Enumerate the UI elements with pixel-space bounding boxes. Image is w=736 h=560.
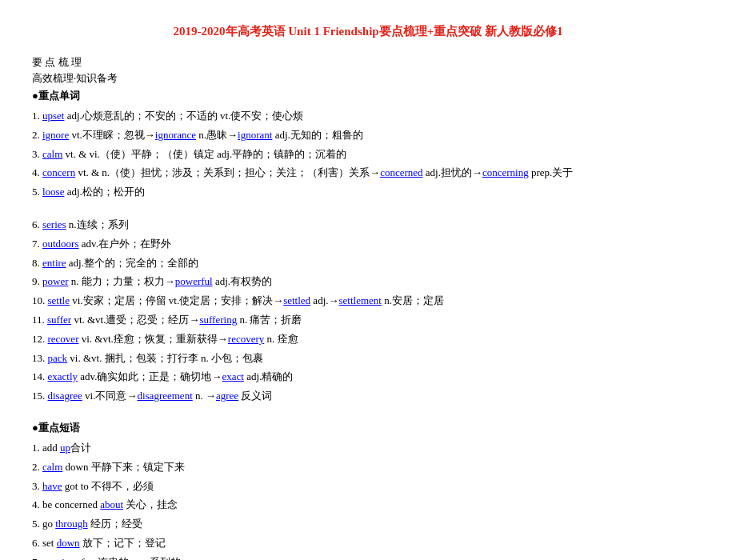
word-desc: adj.松的；松开的 [64,186,144,198]
word-num: 2. [32,129,42,141]
word-desc: adj.心烦意乱的；不安的；不适的 vt.使不安；使心烦 [64,110,303,122]
word-desc: adj.无知的；粗鲁的 [272,129,362,141]
list-item: 3. calm vt. & vi.（使）平静；（使）镇定 adj.平静的；镇静的… [32,146,704,163]
list-item: 13. pack vi. &vt. 捆扎；包装；打行李 n. 小包；包裹 [32,350,704,367]
word-link[interactable]: power [42,275,69,287]
word-num: 4. [32,166,42,178]
list-item: 2. calm down 平静下来；镇定下来 [32,459,704,476]
word-link[interactable]: disagree [48,390,82,402]
word-link[interactable]: suffer [47,314,71,326]
section-sub: 高效梳理·知识备考 [32,71,704,86]
phrase-num: 6. set [32,537,57,549]
word-link[interactable]: recovery [228,333,264,345]
word-link[interactable]: agree [216,390,238,402]
word-desc: vi. &vt. 捆扎；包装；打行李 n. 小包；包裹 [67,352,263,364]
list-item: 15. disagree vi.不同意→disagreement n. →agr… [32,388,704,405]
list-item: 3. have got to 不得不，必须 [32,478,704,495]
word-link[interactable]: upset [42,110,64,122]
phrase-link[interactable]: series [50,556,74,560]
word-num: 13. [32,352,48,364]
word-num: 8. [32,257,42,269]
word-link[interactable]: ignore [42,129,69,141]
list-item: 10. settle vi.安家；定居；停留 vt.使定居；安排；解决→sett… [32,293,704,310]
phrase-desc: 合计 [70,442,91,454]
list-item: 4. be concerned about 关心，挂念 [32,497,704,514]
word-desc: vi. &vt.痊愈；恢复；重新获得→ [78,333,227,345]
word-link[interactable]: concerned [380,166,422,178]
list-item: 5. loose adj.松的；松开的 [32,184,704,201]
list-item: 1. add up合计 [32,440,704,457]
word-link[interactable]: exact [222,370,243,382]
word-link[interactable]: settled [283,294,310,306]
list-item: 7. a series of 一连串的；一系列的 [32,554,704,560]
word-link-suffering[interactable]: suffering [199,314,237,326]
word-desc: adj.整个的；完全的；全部的 [66,257,198,269]
list-item: 4. concern vt. & n.（使）担忧；涉及；关系到；担心；关注；（利… [32,165,704,182]
word-desc: vt. &vt.遭受；忍受；经历→ [71,314,199,326]
word-num: 3. [32,148,42,160]
word-link[interactable]: outdoors [42,238,79,250]
phrase-link[interactable]: through [55,518,87,530]
word-link[interactable]: disagreement [137,390,192,402]
word-link[interactable]: concern [42,166,75,178]
list-item: 5. go through 经历；经受 [32,516,704,533]
phrase-num: 2. [32,461,42,473]
word-link[interactable]: series [42,218,66,230]
word-desc: n. 痊愈 [264,333,298,345]
phrase-link[interactable]: about [100,498,123,510]
word-link[interactable]: ignorance [155,129,196,141]
word-desc: adj.有权势的 [213,275,272,287]
word-link[interactable]: pack [48,352,68,364]
word-desc: vi.安家；定居；停留 vt.使定居；安排；解决→ [70,294,283,306]
word-desc: vt. & n.（使）担忧；涉及；关系到；担心；关注；（利害）关系→ [75,166,380,178]
word-desc: vi.不同意→ [82,390,138,402]
word-link[interactable]: entire [42,257,66,269]
word-desc: n.安居；定居 [382,294,444,306]
word-num: 5. [32,186,42,198]
phrase-desc: got to 不得不，必须 [62,480,154,492]
phrase-num: 4. be concerned [32,498,100,510]
word-desc: 反义词 [238,390,272,402]
word-list-1: 1. upset adj.心烦意乱的；不安的；不适的 vt.使不安；使心烦 2.… [32,108,704,201]
phrase-num: 7. a [32,556,50,560]
list-item: 6. series n.连续；系列 [32,217,704,234]
phrase-desc: 经历；经受 [88,518,142,530]
word-desc: n. 能力；力量；权力→ [69,275,175,287]
list-item: 6. set down 放下；记下；登记 [32,535,704,552]
word-desc: adj.精确的 [244,370,293,382]
word-link[interactable]: recover [48,333,79,345]
word-num: 14. [32,370,48,382]
phrase-link[interactable]: have [42,480,62,492]
word-desc: adv.在户外；在野外 [79,238,171,250]
word-link[interactable]: concerning [482,166,529,178]
section2-title: ●重点短语 [32,421,704,435]
word-num: 12. [32,333,48,345]
word-desc: adv.确实如此；正是；确切地→ [78,370,222,382]
word-link[interactable]: settlement [339,294,382,306]
word-link[interactable]: loose [42,186,64,198]
list-item: 2. ignore vt.不理睬；忽视→ignorance n.愚昧→ignor… [32,127,704,144]
word-list-2: 6. series n.连续；系列 7. outdoors adv.在户外；在野… [32,217,704,405]
list-item: 9. power n. 能力；力量；权力→powerful adj.有权势的 [32,274,704,290]
phrase-link[interactable]: up [60,442,70,454]
phrase-desc: 关心，挂念 [123,498,178,510]
word-link[interactable]: settle [48,294,70,306]
word-desc: adj.→ [310,294,338,306]
word-link[interactable]: calm [42,148,62,160]
word-num: 11. [32,314,47,326]
list-item: 8. entire adj.整个的；完全的；全部的 [32,255,704,272]
word-link[interactable]: ignorant [238,129,272,141]
phrase-link[interactable]: calm [42,461,62,473]
word-link[interactable]: exactly [48,370,78,382]
word-num: 15. [32,390,48,402]
word-desc: vt.不理睬；忽视→ [69,129,155,141]
list-item: 1. upset adj.心烦意乱的；不安的；不适的 vt.使不安；使心烦 [32,108,704,125]
word-link[interactable]: powerful [175,275,213,287]
phrase-num: 3. [32,480,42,492]
word-num: 7. [32,238,42,250]
list-item: 11. suffer vt. &vt.遭受；忍受；经历→suffering n.… [32,312,704,329]
phrase-desc: down 平静下来；镇定下来 [62,461,184,473]
word-num: 6. [32,218,42,230]
phrase-link[interactable]: down [57,537,80,549]
list-item: 12. recover vi. &vt.痊愈；恢复；重新获得→recovery … [32,331,704,348]
